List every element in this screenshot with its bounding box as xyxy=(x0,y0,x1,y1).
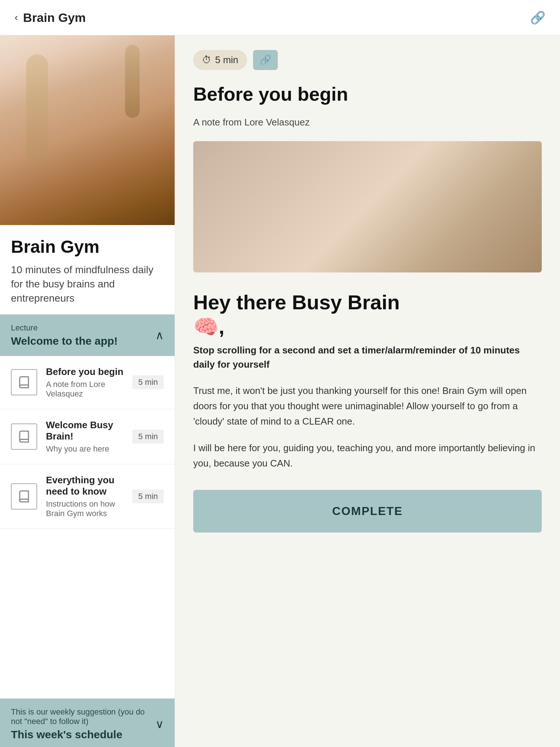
meta-row: ⏱ 5 min 🔗 xyxy=(193,50,542,70)
content-heading: Hey there Busy Brain 🧠, xyxy=(193,290,542,339)
lesson-title-1: Before you begin xyxy=(46,366,127,378)
lesson-duration-1: 5 min xyxy=(132,375,164,389)
lesson-main-title: Before you begin xyxy=(193,83,542,105)
clock-icon: ⏱ xyxy=(202,54,211,66)
weekly-section[interactable]: This is our weekly suggestion (you do no… xyxy=(0,698,175,747)
back-button[interactable]: ‹ Brain Gym xyxy=(15,11,86,25)
hero-background xyxy=(0,35,175,225)
link-badge[interactable]: 🔗 xyxy=(253,50,278,70)
weekly-info: This is our weekly suggestion (you do no… xyxy=(11,707,155,741)
lesson-duration-2: 5 min xyxy=(132,430,164,444)
book-icon-2 xyxy=(18,430,31,443)
note-author: A note from Lore Velasquez xyxy=(193,117,542,128)
header-course-title: Brain Gym xyxy=(23,11,86,25)
weekly-label: This is our weekly suggestion (you do no… xyxy=(11,707,155,726)
left-panel: Brain Gym 10 minutes of mindfulness dail… xyxy=(0,35,175,747)
lesson-duration-3: 5 min xyxy=(132,489,164,503)
lesson-icon-1 xyxy=(11,369,37,395)
course-info: Brain Gym 10 minutes of mindfulness dail… xyxy=(0,225,175,314)
course-title: Brain Gym xyxy=(11,237,164,257)
content-image-background xyxy=(193,141,542,272)
lesson-text-1: Before you begin A note from Lore Velasq… xyxy=(46,366,127,399)
content-body-2: I will be here for you, guiding you, tea… xyxy=(193,441,542,471)
lecture-section[interactable]: Lecture Welcome to the app! ∧ xyxy=(0,314,175,356)
content-image xyxy=(193,141,542,272)
course-description: 10 minutes of mindfulness daily for the … xyxy=(11,263,164,306)
lesson-subtitle-2: Why you are here xyxy=(46,444,127,454)
lesson-text-2: Welcome Busy Brain! Why you are here xyxy=(46,419,127,454)
link-icon: 🔗 xyxy=(260,54,271,65)
lesson-item-2[interactable]: Welcome Busy Brain! Why you are here 5 m… xyxy=(0,409,175,464)
weekly-title: This week's schedule xyxy=(11,728,155,741)
lesson-subtitle-3: Instructions on how Brain Gym works xyxy=(46,499,127,518)
lecture-title: Welcome to the app! xyxy=(11,335,118,347)
duration-badge: ⏱ 5 min xyxy=(193,50,247,70)
complete-button[interactable]: COMPLETE xyxy=(193,490,542,533)
lesson-icon-3 xyxy=(11,483,37,510)
book-icon-1 xyxy=(18,376,31,389)
lecture-label: Lecture xyxy=(11,323,118,333)
chevron-up-icon: ∧ xyxy=(155,328,164,342)
lesson-title-3: Everything you need to know xyxy=(46,475,127,497)
main-layout: Brain Gym 10 minutes of mindfulness dail… xyxy=(0,35,560,747)
lecture-info: Lecture Welcome to the app! xyxy=(11,323,118,347)
lesson-subtitle-1: A note from Lore Velasquez xyxy=(46,380,127,399)
back-arrow-icon: ‹ xyxy=(15,12,18,23)
content-bold-paragraph: Stop scrolling for a second and set a ti… xyxy=(193,343,542,372)
share-icon[interactable]: 🔗 xyxy=(530,10,545,25)
right-panel: ⏱ 5 min 🔗 Before you begin A note from L… xyxy=(175,35,560,747)
content-heading-line2: 🧠, xyxy=(193,315,225,338)
content-heading-line1: Hey there Busy Brain xyxy=(193,291,400,314)
book-icon-3 xyxy=(18,490,31,503)
app-header: ‹ Brain Gym 🔗 xyxy=(0,0,560,35)
content-body-1: Trust me, it won't be just you thanking … xyxy=(193,383,542,429)
lesson-item-3[interactable]: Everything you need to know Instructions… xyxy=(0,464,175,529)
lesson-item-1[interactable]: Before you begin A note from Lore Velasq… xyxy=(0,356,175,409)
lesson-icon-2 xyxy=(11,423,37,450)
lesson-title-2: Welcome Busy Brain! xyxy=(46,419,127,442)
chevron-down-icon: ∨ xyxy=(155,717,164,731)
hero-image xyxy=(0,35,175,225)
duration-value: 5 min xyxy=(215,54,238,66)
lesson-text-3: Everything you need to know Instructions… xyxy=(46,475,127,518)
